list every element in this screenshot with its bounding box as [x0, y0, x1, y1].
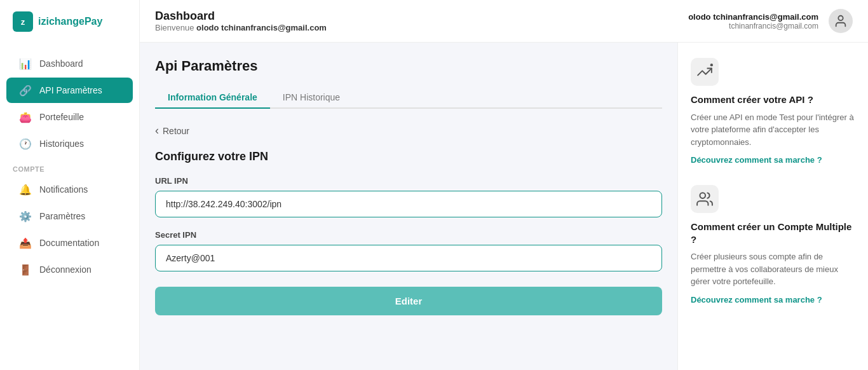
- sidebar-item-label: Historiques: [39, 139, 84, 149]
- dashboard-icon: 📊: [19, 57, 32, 70]
- help-card-api-title: Comment créer votre API ?: [691, 93, 855, 106]
- secret-ipn-group: Secret IPN: [155, 230, 662, 271]
- help-card-compte-title: Comment créer un Compte Multiple ?: [691, 221, 855, 245]
- docs-icon: 📤: [19, 236, 32, 249]
- sidebar-item-deconnexion[interactable]: 🚪 Déconnexion: [6, 257, 133, 282]
- url-ipn-input[interactable]: [155, 191, 662, 217]
- svg-point-2: [700, 193, 705, 198]
- section-compte-label: Compte: [0, 159, 139, 175]
- help-card-compte-link[interactable]: Découvrez comment sa marche ?: [691, 295, 822, 305]
- logo: z izichangePay: [0, 0, 139, 43]
- svg-point-0: [838, 16, 843, 20]
- back-link[interactable]: ‹ Retour: [155, 124, 662, 137]
- sidebar-item-historiques[interactable]: 🕐 Historiques: [6, 131, 133, 156]
- page-heading: Api Paramètres: [155, 58, 662, 74]
- avatar[interactable]: [829, 9, 853, 33]
- back-label: Retour: [163, 126, 189, 136]
- help-card-compte-multiple: Comment créer un Compte Multiple ? Créer…: [691, 185, 855, 305]
- url-ipn-group: URL IPN: [155, 176, 662, 217]
- logout-icon: 🚪: [19, 263, 32, 276]
- user-info: olodo tchinanfrancis@gmail.com tchinanfr…: [688, 12, 818, 31]
- sidebar-item-label: Dashboard: [39, 58, 83, 69]
- tab-ipn-historique[interactable]: IPN Historique: [270, 87, 353, 109]
- main-wrapper: Dashboard Bienvenue olodo tchinanfrancis…: [140, 0, 868, 370]
- right-panel: Comment créer votre API ? Créer une API …: [677, 43, 868, 370]
- logo-icon: z: [13, 11, 33, 32]
- content-area: Api Paramètres Information Générale IPN …: [140, 43, 868, 370]
- page-title: Dashboard: [155, 10, 327, 23]
- sidebar: z izichangePay 📊 Dashboard 🔗 API Paramèt…: [0, 0, 140, 370]
- user-email: tchinanfrancis@gmail.com: [688, 22, 818, 31]
- sidebar-item-label: Notifications: [39, 184, 88, 195]
- compte-multiple-help-icon: [691, 185, 719, 213]
- edit-button[interactable]: Editer: [155, 287, 662, 315]
- section-title: Configurez votre IPN: [155, 150, 662, 163]
- secret-ipn-input[interactable]: [155, 245, 662, 271]
- history-icon: 🕐: [19, 137, 32, 150]
- topbar: Dashboard Bienvenue olodo tchinanfrancis…: [140, 0, 868, 43]
- bell-icon: 🔔: [19, 183, 32, 196]
- api-help-icon: [691, 58, 719, 86]
- welcome-text: Bienvenue olodo tchinanfrancis@gmail.com: [155, 23, 327, 32]
- user-name: olodo tchinanfrancis@gmail.com: [688, 12, 818, 22]
- tab-info-generale[interactable]: Information Générale: [155, 87, 270, 109]
- help-card-create-api: Comment créer votre API ? Créer une API …: [691, 58, 855, 165]
- sidebar-item-portefeuille[interactable]: 👛 Portefeuille: [6, 104, 133, 130]
- sidebar-item-dashboard[interactable]: 📊 Dashboard: [6, 51, 133, 76]
- gear-icon: ⚙️: [19, 210, 32, 223]
- logo-text: izichangePay: [38, 16, 102, 27]
- chevron-left-icon: ‹: [155, 124, 159, 137]
- secret-ipn-label: Secret IPN: [155, 230, 662, 240]
- sidebar-item-documentation[interactable]: 📤 Documentation: [6, 230, 133, 256]
- sidebar-item-label: Documentation: [39, 238, 99, 248]
- sidebar-item-label: Paramètres: [39, 211, 85, 221]
- svg-point-1: [710, 64, 713, 66]
- sidebar-item-parametres[interactable]: ⚙️ Paramètres: [6, 203, 133, 229]
- help-card-compte-desc: Créer plusieurs sous compte afin de perm…: [691, 250, 855, 288]
- sidebar-item-label: Déconnexion: [39, 264, 92, 275]
- url-ipn-label: URL IPN: [155, 176, 662, 186]
- wallet-icon: 👛: [19, 111, 32, 123]
- api-icon: 🔗: [19, 84, 32, 97]
- sidebar-nav: 📊 Dashboard 🔗 API Paramètres 👛 Portefeui…: [0, 43, 139, 370]
- topbar-right: olodo tchinanfrancis@gmail.com tchinanfr…: [688, 9, 853, 33]
- main-content: Api Paramètres Information Générale IPN …: [140, 43, 677, 370]
- help-card-api-desc: Créer une API en mode Test pour l'intégr…: [691, 111, 855, 149]
- sidebar-item-notifications[interactable]: 🔔 Notifications: [6, 177, 133, 202]
- topbar-left: Dashboard Bienvenue olodo tchinanfrancis…: [155, 10, 327, 32]
- sidebar-item-label: Portefeuille: [39, 112, 84, 122]
- tabs: Information Générale IPN Historique: [155, 87, 662, 109]
- sidebar-item-api-parametres[interactable]: 🔗 API Paramètres: [6, 78, 133, 103]
- help-card-api-link[interactable]: Découvrez comment sa marche ?: [691, 155, 822, 165]
- sidebar-item-label: API Paramètres: [39, 85, 102, 95]
